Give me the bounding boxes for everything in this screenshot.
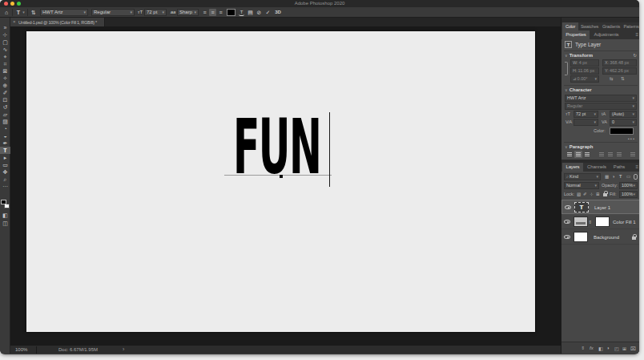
- tab-patterns[interactable]: Patterns: [622, 22, 639, 30]
- link-layers-icon[interactable]: ∞: [581, 346, 586, 350]
- layer-name[interactable]: Layer 1: [594, 205, 610, 210]
- zoom-tool[interactable]: ⌕: [0, 176, 10, 183]
- history-brush-tool[interactable]: ↺: [0, 103, 10, 111]
- move-tool[interactable]: ⊹: [0, 31, 10, 38]
- character-section-header[interactable]: ∨Character: [565, 87, 592, 92]
- font-style-select[interactable]: ▾Regular: [91, 9, 135, 16]
- transform-x-field[interactable]: X:368.48 px: [602, 59, 637, 67]
- toggle-panels-icon[interactable]: ▤: [247, 9, 254, 16]
- layer-styles-icon[interactable]: fx: [590, 346, 594, 350]
- layer-mask-thumbnail[interactable]: [595, 216, 610, 227]
- layer-filter-select[interactable]: ⌕Kind▾: [564, 173, 601, 180]
- paragraph-justify-center-button[interactable]: [606, 151, 614, 158]
- layer-name[interactable]: Color Fill 1: [613, 220, 636, 224]
- layer-name[interactable]: Background: [594, 235, 619, 240]
- character-font-family-select[interactable]: HWT Artz▾: [565, 95, 637, 102]
- quick-mask-icon[interactable]: ◧: [0, 212, 10, 219]
- filter-shape-layers-icon[interactable]: ▭: [626, 174, 630, 179]
- blur-tool[interactable]: ◔: [0, 125, 10, 132]
- align-right-button[interactable]: ≡: [217, 9, 224, 16]
- anti-alias-select[interactable]: ▾Sharp: [177, 9, 199, 16]
- character-font-style-select[interactable]: Regular▾: [565, 103, 637, 110]
- dodge-tool[interactable]: ◒: [0, 132, 10, 140]
- home-icon[interactable]: ⌂: [2, 9, 10, 16]
- visibility-eye-icon[interactable]: [564, 220, 570, 224]
- background-thumbnail[interactable]: [574, 232, 588, 242]
- hand-tool[interactable]: ✥: [0, 168, 10, 176]
- commit-edits-button[interactable]: ✓: [264, 9, 272, 16]
- more-tools-icon[interactable]: ⋯: [0, 183, 10, 190]
- rotation-angle-field[interactable]: ⊿0.00°▾: [570, 75, 599, 83]
- character-kerning-field[interactable]: ▾: [574, 119, 598, 126]
- status-menu-chevron[interactable]: ›: [123, 346, 124, 352]
- gradient-tool[interactable]: ▨: [0, 118, 10, 125]
- screen-mode-icon[interactable]: ◫: [0, 220, 10, 227]
- link-dimensions-icon[interactable]: [565, 62, 568, 75]
- tab-layers[interactable]: Layers: [562, 163, 583, 172]
- paragraph-align-right-button[interactable]: [583, 151, 591, 158]
- pen-tool[interactable]: ✒: [0, 140, 10, 147]
- character-size-field[interactable]: 72 pt▾: [574, 111, 598, 118]
- lasso-tool[interactable]: ∿: [0, 46, 10, 53]
- tab-gradients[interactable]: Gradients: [601, 22, 622, 30]
- lock-pixels-icon[interactable]: ✐: [583, 192, 587, 196]
- rectangle-tool[interactable]: ▭: [0, 161, 10, 168]
- filter-type-layers-icon[interactable]: T: [619, 174, 622, 179]
- transform-section-header[interactable]: ∨Transform: [565, 53, 593, 58]
- close-tab-icon[interactable]: ×: [13, 19, 16, 25]
- type-layer-thumbnail[interactable]: T: [574, 202, 589, 212]
- paragraph-justify-all-button[interactable]: [629, 151, 637, 158]
- lock-position-icon[interactable]: ⊹: [590, 192, 594, 196]
- fill-layer-thumbnail[interactable]: [574, 216, 588, 227]
- foreground-color-swatch[interactable]: [1, 200, 6, 204]
- fill-field[interactable]: 100%▾: [619, 191, 638, 198]
- clone-stamp-tool[interactable]: ⊡: [0, 96, 10, 103]
- tab-adjustments[interactable]: Adjustments: [590, 30, 622, 39]
- filter-pixel-layers-icon[interactable]: ▦: [605, 174, 609, 179]
- visibility-eye-icon[interactable]: [564, 235, 570, 239]
- frame-tool[interactable]: ⊠: [0, 67, 10, 75]
- new-group-icon[interactable]: ◰: [614, 346, 619, 351]
- transform-width-field[interactable]: W:4 px: [570, 59, 599, 67]
- tab-color[interactable]: Color: [562, 22, 578, 30]
- blend-mode-select[interactable]: Normal▾: [564, 182, 599, 189]
- eyedropper-tool[interactable]: ✧: [0, 75, 10, 82]
- object-selection-tool[interactable]: ⌖: [0, 53, 10, 60]
- transform-reset-icon[interactable]: ↻: [633, 53, 637, 58]
- filter-adjustment-layers-icon[interactable]: ◑: [612, 174, 614, 179]
- panel-menu-icon[interactable]: ≡: [635, 164, 638, 169]
- panel-menu-icon[interactable]: ≡: [635, 32, 638, 37]
- align-left-button[interactable]: ≡: [201, 9, 208, 16]
- type-tool[interactable]: T: [0, 147, 10, 154]
- transform-y-field[interactable]: Y:462.26 px: [602, 67, 637, 75]
- warp-text-icon[interactable]: T: [238, 9, 245, 16]
- document-canvas[interactable]: FUN: [26, 31, 535, 332]
- character-leading-field[interactable]: (Auto)▾: [610, 111, 637, 118]
- text-color-swatch[interactable]: [227, 9, 235, 16]
- layer-row-color-fill-1[interactable]: ∞ Color Fill 1: [561, 215, 639, 229]
- marquee-tool[interactable]: ▢: [0, 38, 10, 46]
- tab-properties[interactable]: Properties: [562, 30, 590, 39]
- visibility-eye-icon[interactable]: [565, 205, 571, 209]
- flip-vertical-icon[interactable]: ⇅: [621, 76, 625, 81]
- lock-artboard-icon[interactable]: ⊞: [596, 192, 600, 196]
- character-tracking-field[interactable]: 0▾: [610, 119, 637, 126]
- healing-brush-tool[interactable]: ⊕: [0, 82, 10, 89]
- tab-paths[interactable]: Paths: [610, 163, 628, 172]
- cancel-edits-button[interactable]: ⊘: [256, 9, 263, 16]
- paragraph-justify-left-button[interactable]: [598, 151, 606, 158]
- crop-tool[interactable]: ⌗: [0, 60, 10, 67]
- text-anchor-handle[interactable]: [280, 175, 283, 178]
- 3d-button[interactable]: 3D: [273, 9, 283, 16]
- layer-row-background[interactable]: Background: [561, 230, 639, 245]
- character-color-swatch[interactable]: [610, 127, 634, 135]
- flip-horizontal-icon[interactable]: ⇆: [610, 76, 614, 81]
- align-center-button[interactable]: ≡: [209, 9, 216, 16]
- add-layer-mask-icon[interactable]: ◧: [598, 346, 603, 351]
- character-more-options[interactable]: •••: [628, 136, 635, 141]
- paragraph-align-left-button[interactable]: [566, 151, 574, 158]
- lock-transparency-icon[interactable]: ▨: [577, 192, 581, 196]
- toggle-text-orientation-icon[interactable]: ⇅: [30, 9, 38, 16]
- edit-toolbar-icon[interactable]: »: [0, 24, 10, 31]
- document-tab[interactable]: × Untitled-1.psd @ 100% (Color Fill 1, R…: [10, 18, 105, 26]
